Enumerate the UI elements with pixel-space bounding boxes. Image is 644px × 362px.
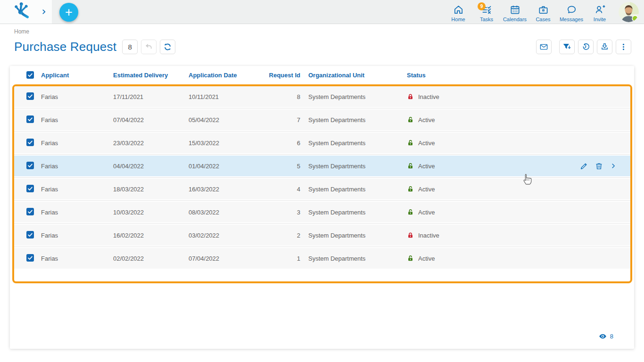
export-button[interactable] <box>597 40 612 54</box>
cell-applicant: Farias <box>41 140 113 147</box>
cell-request-id: 5 <box>245 163 300 170</box>
nav-calendars[interactable]: Calendars <box>501 2 529 22</box>
status-label: Active <box>418 255 435 262</box>
table-row[interactable]: Farias 07/04/2022 05/04/2022 7 System De… <box>14 109 630 130</box>
user-avatar[interactable] <box>619 2 639 22</box>
nav-tasks[interactable]: 9 Tasks <box>472 2 501 22</box>
app-logo-claw-icon[interactable] <box>12 1 32 23</box>
table-row-selected[interactable]: Farias 04/04/2022 01/04/2022 5 System De… <box>14 156 630 176</box>
briefcase-icon <box>538 4 549 15</box>
header-request-id[interactable]: Request Id <box>245 72 300 79</box>
breadcrumb[interactable]: Home <box>14 28 29 35</box>
row-checkbox[interactable] <box>26 115 34 123</box>
undo-button[interactable] <box>141 40 157 54</box>
title-actions <box>536 40 631 54</box>
cell-application-date: 16/03/2022 <box>189 186 245 193</box>
table-row[interactable]: Farias 18/03/2022 16/03/2022 4 System De… <box>14 179 630 199</box>
cell-organizational-unit: System Departments <box>300 140 407 147</box>
status-label: Inactive <box>418 232 439 239</box>
cell-organizational-unit: System Departments <box>300 93 407 100</box>
cell-estimated-delivery: 16/02/2022 <box>113 232 189 239</box>
table-row[interactable]: Farias 16/02/2022 03/02/2022 2 System De… <box>14 225 630 246</box>
cell-request-id: 8 <box>245 93 300 100</box>
logo-area <box>0 0 52 24</box>
cell-request-id: 6 <box>245 140 300 147</box>
filter-button[interactable] <box>559 40 575 54</box>
cell-application-date: 15/03/2022 <box>189 140 245 147</box>
select-all-checkbox[interactable] <box>26 71 34 79</box>
more-options-button[interactable] <box>616 40 631 54</box>
header-estimated-delivery[interactable]: Estimated Delivery <box>113 72 189 79</box>
row-actions <box>579 156 617 176</box>
nav-home[interactable]: Home <box>444 2 472 22</box>
cell-request-id: 7 <box>245 116 300 123</box>
lock-open-icon <box>407 255 414 262</box>
add-button[interactable]: + <box>59 3 78 22</box>
screen: + Home 9 Tasks Calendars Cases Message <box>0 0 644 362</box>
row-checkbox[interactable] <box>26 162 34 169</box>
cell-application-date: 10/11/2021 <box>189 93 245 100</box>
lock-open-icon <box>407 116 414 123</box>
lock-closed-icon <box>407 232 414 239</box>
cell-estimated-delivery: 10/03/2022 <box>113 209 189 216</box>
table-header: Applicant Estimated Delivery Application… <box>10 66 634 84</box>
cell-request-id: 4 <box>245 186 300 193</box>
table-row[interactable]: Farias 23/03/2022 15/03/2022 6 System De… <box>14 132 630 153</box>
header-applicant[interactable]: Applicant <box>41 72 113 79</box>
header-organizational-unit[interactable]: Organizational Unit <box>300 72 407 79</box>
cell-applicant: Farias <box>41 255 113 262</box>
record-count-badge: 8 <box>122 40 138 54</box>
header-status[interactable]: Status <box>407 72 634 79</box>
cell-application-date: 05/04/2022 <box>189 116 245 123</box>
page-title: Purchase Request <box>14 40 116 54</box>
status-label: Active <box>418 186 435 193</box>
lock-closed-icon <box>407 93 414 100</box>
person-plus-icon <box>594 4 605 15</box>
table-row[interactable]: Farias 17/11/2021 10/11/2021 8 System De… <box>14 86 630 107</box>
eye-icon[interactable] <box>599 332 607 340</box>
cell-applicant: Farias <box>41 209 113 216</box>
mail-button[interactable] <box>536 40 552 54</box>
status-label: Active <box>418 140 435 147</box>
row-checkbox[interactable] <box>26 208 34 215</box>
edit-pencil-icon[interactable] <box>579 162 588 171</box>
lock-open-icon <box>407 209 414 216</box>
delete-trash-icon[interactable] <box>594 162 603 171</box>
cell-request-id: 1 <box>245 255 300 262</box>
cell-organizational-unit: System Departments <box>300 232 407 239</box>
nav-cases[interactable]: Cases <box>529 2 557 22</box>
row-checkbox[interactable] <box>26 139 34 146</box>
row-checkbox[interactable] <box>26 254 34 262</box>
refresh-button[interactable] <box>160 40 175 54</box>
status-label: Active <box>418 163 435 170</box>
status-label: Inactive <box>418 93 439 100</box>
cell-estimated-delivery: 07/04/2022 <box>113 116 189 123</box>
cell-organizational-unit: System Departments <box>300 255 407 262</box>
row-checkbox[interactable] <box>26 231 34 239</box>
topbar: + Home 9 Tasks Calendars Cases Message <box>0 0 644 24</box>
nav-invite[interactable]: Invite <box>586 2 614 22</box>
online-status-dot <box>632 16 638 21</box>
row-checkbox[interactable] <box>26 92 34 100</box>
table-row[interactable]: Farias 10/03/2022 08/03/2022 3 System De… <box>14 202 630 222</box>
lock-open-icon <box>407 163 414 170</box>
cell-estimated-delivery: 23/03/2022 <box>113 140 189 147</box>
cell-estimated-delivery: 18/03/2022 <box>113 186 189 193</box>
table-row[interactable]: Farias 02/02/2022 07/04/2022 1 System De… <box>14 248 630 269</box>
status-label: Active <box>418 116 435 123</box>
history-button[interactable] <box>578 40 594 54</box>
cell-applicant: Farias <box>41 93 113 100</box>
row-checkbox[interactable] <box>26 185 34 192</box>
nav-messages[interactable]: Messages <box>557 2 586 22</box>
open-chevron-icon[interactable] <box>610 162 617 170</box>
header-application-date[interactable]: Application Date <box>189 72 245 79</box>
cell-organizational-unit: System Departments <box>300 209 407 216</box>
cell-organizational-unit: System Departments <box>300 116 407 123</box>
title-row: Purchase Request 8 <box>14 39 631 54</box>
cell-application-date: 08/03/2022 <box>189 209 245 216</box>
speech-bubble-icon <box>566 4 577 15</box>
cell-organizational-unit: System Departments <box>300 163 407 170</box>
cell-estimated-delivery: 17/11/2021 <box>113 93 189 100</box>
sidebar-expand-chevron-icon[interactable] <box>41 8 47 15</box>
top-nav: Home 9 Tasks Calendars Cases Messages <box>444 2 614 22</box>
